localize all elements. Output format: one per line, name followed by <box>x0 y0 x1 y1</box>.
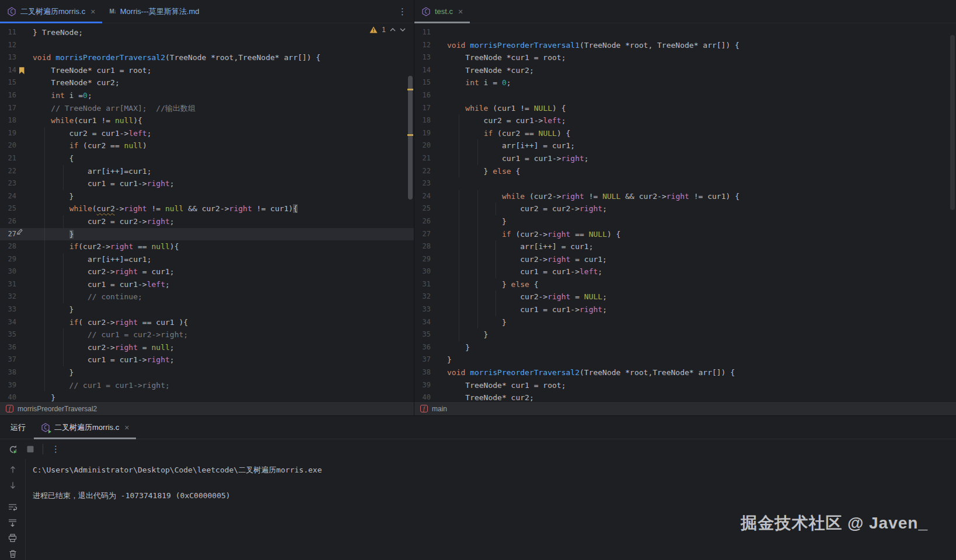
code-line[interactable]: 28 if(cur2->right == null){ <box>0 240 414 253</box>
line-number[interactable]: 38 <box>414 366 431 379</box>
line-number[interactable]: 16 <box>0 89 16 102</box>
breadcrumb-function-name[interactable]: main <box>432 405 447 413</box>
line-number[interactable]: 17 <box>414 102 431 115</box>
close-icon[interactable]: × <box>124 424 129 432</box>
line-number[interactable]: 30 <box>0 265 16 278</box>
line-number[interactable]: 20 <box>414 139 431 152</box>
code-line[interactable]: 21 { <box>0 152 414 165</box>
line-number[interactable]: 31 <box>0 278 16 291</box>
line-number[interactable]: 28 <box>414 240 431 253</box>
line-number[interactable]: 39 <box>414 379 431 392</box>
warning-icon[interactable] <box>369 26 378 33</box>
line-number[interactable]: 24 <box>0 190 16 203</box>
line-number[interactable]: 36 <box>414 341 431 354</box>
line-number[interactable]: 23 <box>0 177 16 190</box>
code-line[interactable]: 24 } <box>0 190 414 203</box>
code-line[interactable]: 32 // continue; <box>0 290 414 303</box>
code-line[interactable]: 32 cur2->right = NULL; <box>414 290 956 303</box>
line-number[interactable]: 36 <box>0 341 16 354</box>
line-number[interactable]: 24 <box>414 190 431 203</box>
breadcrumb-function-name[interactable]: morrisPreorderTraversal2 <box>18 405 97 413</box>
code-line[interactable]: 23 cur1 = cur1->right; <box>0 177 414 190</box>
code-line[interactable]: 30 cur2->right = cur1; <box>0 265 414 278</box>
code-line[interactable]: 40 TreeNode* cur2; <box>414 391 956 401</box>
code-line[interactable]: 40 } <box>0 391 414 401</box>
close-icon[interactable]: × <box>90 8 95 16</box>
line-number[interactable]: 40 <box>0 391 16 401</box>
code-line[interactable]: 25 while(cur2->right != null && cur2->ri… <box>0 202 414 215</box>
code-line[interactable]: 39 // cur1 = cur1->right; <box>0 379 414 392</box>
code-line[interactable]: 21 cur1 = cur1->right; <box>414 152 956 165</box>
line-number[interactable]: 13 <box>0 51 16 64</box>
line-number[interactable]: 21 <box>414 152 431 165</box>
code-line[interactable]: 39 TreeNode* cur1 = root; <box>414 379 956 392</box>
line-number[interactable]: 25 <box>414 202 431 215</box>
line-number[interactable]: 22 <box>414 165 431 178</box>
line-number[interactable]: 34 <box>414 316 431 329</box>
line-number[interactable]: 21 <box>0 152 16 165</box>
code-line[interactable]: 13 TreeNode *cur1 = root; <box>414 51 956 64</box>
line-number[interactable]: 15 <box>414 76 431 89</box>
code-line[interactable]: 19 if (cur2 == NULL) { <box>414 127 956 140</box>
clear-all-icon[interactable] <box>6 548 19 560</box>
line-number[interactable]: 30 <box>414 265 431 278</box>
line-number[interactable]: 23 <box>414 177 431 190</box>
code-line[interactable]: 26 } <box>414 215 956 228</box>
code-line[interactable]: 36 } <box>414 341 956 354</box>
code-line[interactable]: 14 TreeNode* cur1 = root; <box>0 64 414 77</box>
warning-stripe-mark[interactable] <box>407 89 413 90</box>
edit-icon[interactable] <box>16 228 27 241</box>
line-number[interactable]: 25 <box>0 202 16 215</box>
line-number[interactable]: 18 <box>414 114 431 127</box>
line-number[interactable]: 19 <box>0 127 16 140</box>
tab-test-c[interactable]: C test.c × <box>414 0 470 23</box>
code-line[interactable]: 29 arr[i++]=cur1; <box>0 253 414 266</box>
left-editor[interactable]: 11} TreeNode;1213void morrisPreorderTrav… <box>0 23 414 401</box>
chevron-down-icon[interactable] <box>400 28 406 32</box>
code-line[interactable]: 15 TreeNode* cur2; <box>0 76 414 89</box>
line-number[interactable]: 20 <box>0 139 16 152</box>
scrollbar-thumb[interactable] <box>950 35 955 210</box>
line-number[interactable]: 27 <box>0 228 16 241</box>
code-line[interactable]: 23 <box>414 177 956 190</box>
console-output[interactable]: C:\Users\Administrator\Desktop\Code\leet… <box>26 459 956 560</box>
chevron-up-icon[interactable] <box>390 28 396 32</box>
code-line[interactable]: 27 if (cur2->right == NULL) { <box>414 228 956 241</box>
code-line[interactable]: 11 <box>414 26 956 39</box>
code-line[interactable]: 22 } else { <box>414 165 956 178</box>
line-number[interactable]: 37 <box>414 354 431 366</box>
line-number[interactable]: 14 <box>414 64 431 77</box>
stop-icon[interactable] <box>26 445 34 453</box>
code-line[interactable]: 12void morrisPreorderTraversal1(TreeNode… <box>414 39 956 52</box>
code-line[interactable]: 33 } <box>0 303 414 316</box>
line-number[interactable]: 11 <box>0 26 16 39</box>
code-line[interactable]: 25 cur2 = cur2->right; <box>414 202 956 215</box>
code-line[interactable]: 20 arr[i++] = cur1; <box>414 139 956 152</box>
code-line[interactable]: 31 } else { <box>414 278 956 291</box>
line-number[interactable]: 27 <box>414 228 431 241</box>
code-line[interactable]: 34 } <box>414 316 956 329</box>
line-number[interactable]: 12 <box>414 39 431 52</box>
next-occurrence-icon[interactable] <box>6 480 19 492</box>
right-editor[interactable]: 1112void morrisPreorderTraversal1(TreeNo… <box>414 23 956 401</box>
code-line[interactable]: 15 int i = 0; <box>414 76 956 89</box>
code-line[interactable]: 14 TreeNode *cur2; <box>414 64 956 77</box>
scrollbar-thumb[interactable] <box>408 76 413 200</box>
code-line[interactable]: 17 // TreeNode arr[MAX]; //输出数组 <box>0 102 414 115</box>
prev-occurrence-icon[interactable] <box>6 464 19 476</box>
line-number[interactable]: 40 <box>414 391 431 401</box>
code-line[interactable]: 31 cur1 = cur1->left; <box>0 278 414 291</box>
code-line[interactable]: 17 while (cur1 != NULL) { <box>414 102 956 115</box>
line-number[interactable]: 37 <box>0 354 16 366</box>
line-number[interactable]: 11 <box>414 26 431 39</box>
code-line[interactable]: 16 <box>414 89 956 102</box>
inspections-widget[interactable]: 1 <box>369 26 406 34</box>
line-number[interactable]: 15 <box>0 76 16 89</box>
close-icon[interactable]: × <box>458 8 463 16</box>
code-line[interactable]: 18 while(cur1 != null){ <box>0 114 414 127</box>
run-panel-title[interactable]: 运行 <box>0 416 34 439</box>
line-number[interactable]: 12 <box>0 39 16 52</box>
code-line[interactable]: 19 cur2 = cur1->left; <box>0 127 414 140</box>
bookmark-icon[interactable] <box>16 64 27 77</box>
code-line[interactable]: 28 arr[i++] = cur1; <box>414 240 956 253</box>
